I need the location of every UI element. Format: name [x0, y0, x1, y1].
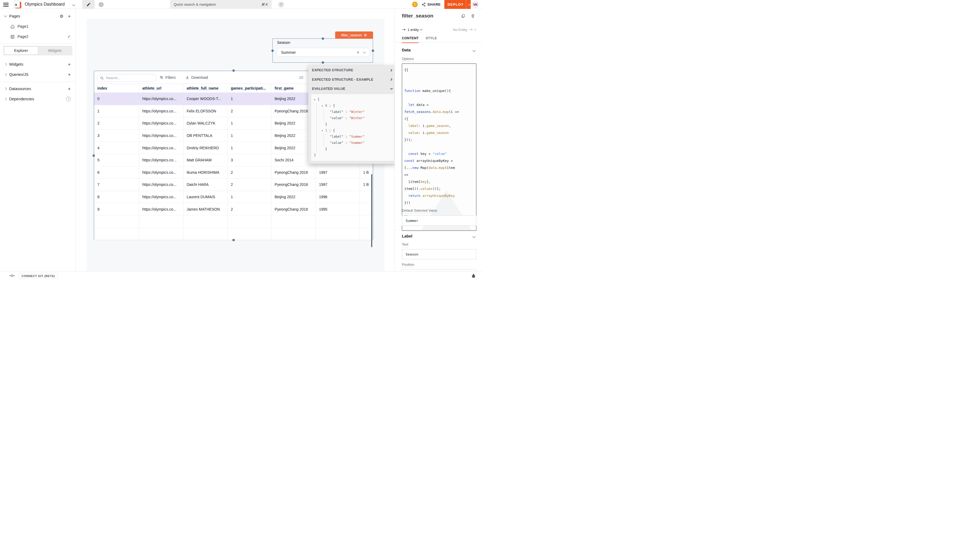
- add-widget-button[interactable]: +: [68, 62, 71, 67]
- label-section-chevron-icon[interactable]: [472, 235, 475, 238]
- sidebar-item-page2[interactable]: Page2 ✓: [0, 31, 76, 42]
- code-line: const arrayUniqueByKey =: [404, 157, 474, 164]
- chevron-right-icon[interactable]: [4, 98, 7, 100]
- options-code-editor[interactable]: {{ function make_unique(){ let data =fet…: [402, 63, 476, 231]
- filters-button[interactable]: Filters: [160, 71, 176, 84]
- column-header[interactable]: athlete_url: [139, 84, 184, 93]
- default-value-label[interactable]: Default Selected Value: [402, 208, 437, 213]
- table-resize-handle-left[interactable]: [93, 155, 95, 157]
- sidebar-section-widgets[interactable]: Widgets +: [0, 59, 76, 69]
- label-section-header[interactable]: Label: [402, 234, 412, 238]
- outgoing-entities-dropdown[interactable]: No Entity: [453, 28, 476, 32]
- options-property-label[interactable]: Options: [402, 57, 414, 62]
- top-header: a_ Olympics Dashboard Quick search & nav…: [0, 0, 482, 9]
- tree-toggle-icon[interactable]: ▾: [321, 127, 325, 133]
- add-page-button[interactable]: +: [68, 14, 71, 19]
- table-row[interactable]: [94, 228, 373, 240]
- table-row[interactable]: 6https://olympics.co...Ikuma HORISHIMA2P…: [94, 166, 373, 179]
- tree-toggle-icon[interactable]: ▾: [314, 96, 318, 103]
- table-cell: https://olympics.co...: [139, 130, 184, 142]
- table-row[interactable]: 9https://olympics.co...James MATHESON2Py…: [94, 203, 373, 215]
- delete-widget-button[interactable]: [471, 14, 475, 18]
- popup-menu-item[interactable]: EXPECTED STRUCTURE - EXAMPLE: [308, 75, 397, 85]
- help-button[interactable]: ?: [278, 2, 284, 8]
- tab-explorer[interactable]: Explorer: [4, 47, 38, 55]
- canvas-area: filter_season ⚙ Season Summer ✕ Search..…: [76, 9, 394, 271]
- tree-toggle-icon[interactable]: ▾: [321, 103, 325, 109]
- app-title[interactable]: Olympics Dashboard: [25, 2, 65, 7]
- column-header[interactable]: games_participati...: [228, 84, 271, 93]
- chevron-down-icon[interactable]: [4, 14, 7, 17]
- table-resize-handle-top[interactable]: [233, 69, 235, 72]
- app-logo: a_: [14, 1, 21, 8]
- tab-widgets[interactable]: Widgets: [38, 47, 72, 55]
- code-line: [item[key],: [404, 178, 474, 185]
- table-row[interactable]: [94, 215, 373, 228]
- add-query-button[interactable]: +: [68, 72, 71, 77]
- resize-handle-bottom[interactable]: [322, 61, 324, 64]
- position-property-label[interactable]: Position: [402, 262, 414, 267]
- incoming-entities-dropdown[interactable]: 1 entity: [402, 28, 422, 32]
- deploy-button[interactable]: DEPLOY: [445, 0, 471, 9]
- dependencies-help-icon[interactable]: ?: [66, 96, 71, 101]
- data-section-chevron-icon[interactable]: [472, 49, 475, 52]
- widget-settings-icon[interactable]: ⚙: [364, 33, 367, 37]
- table-cell: James MATHESON: [184, 203, 228, 215]
- table-cell: 1: [228, 142, 271, 154]
- position-input[interactable]: Top: [402, 269, 476, 271]
- table-search-input[interactable]: Search...: [96, 74, 156, 82]
- chevron-right-icon[interactable]: [4, 63, 7, 66]
- hamburger-menu-icon[interactable]: [3, 2, 8, 7]
- clear-selection-icon[interactable]: ✕: [354, 50, 362, 55]
- table-cell: 2: [228, 179, 271, 191]
- sidebar-section-datasources[interactable]: Datasources +: [0, 84, 76, 94]
- text-property-label[interactable]: Text: [402, 243, 408, 247]
- app-title-chevron-icon[interactable]: [72, 3, 75, 6]
- chevron-right-icon[interactable]: [4, 73, 7, 76]
- sidebar-item-page1[interactable]: Page1: [0, 21, 76, 31]
- data-section-header[interactable]: Data: [402, 47, 411, 52]
- share-button[interactable]: SHARE: [422, 0, 441, 9]
- pages-header[interactable]: Pages ⚙ +: [0, 11, 76, 21]
- view-mode-button[interactable]: [96, 0, 106, 9]
- connect-git-button[interactable]: CONNECT GIT (BETA): [18, 273, 58, 279]
- table-cell: 0: [94, 93, 139, 105]
- chevron-down-icon[interactable]: [390, 87, 393, 90]
- table-cell: Dylan WALCZYK: [184, 117, 228, 129]
- table-cell: 3: [94, 130, 139, 142]
- season-select[interactable]: Summer ✕: [276, 48, 370, 57]
- code-line: ({: [404, 116, 474, 122]
- debug-bug-icon[interactable]: [471, 273, 476, 278]
- chevron-right-icon[interactable]: [4, 87, 7, 90]
- resize-handle-left[interactable]: [271, 49, 274, 52]
- download-button[interactable]: Download: [185, 71, 208, 84]
- sidebar-section-queries[interactable]: Queries/JS +: [0, 69, 76, 80]
- quick-search-input[interactable]: Quick search & navigation ⌘ K: [170, 0, 272, 9]
- default-value-input[interactable]: Summer: [402, 215, 476, 226]
- popup-menu-item[interactable]: EVALUATED VALUE: [308, 84, 397, 94]
- select-chevron-icon[interactable]: [363, 50, 366, 53]
- deploy-chevron-icon[interactable]: [468, 3, 471, 5]
- resize-handle-top[interactable]: [322, 37, 324, 40]
- resize-handle-right[interactable]: [372, 49, 374, 52]
- chevron-right-icon[interactable]: [390, 78, 392, 81]
- pages-settings-icon[interactable]: ⚙: [60, 14, 64, 19]
- column-header[interactable]: index: [94, 84, 139, 93]
- copy-widget-button[interactable]: [461, 14, 465, 18]
- add-datasource-button[interactable]: +: [68, 86, 71, 91]
- avatar[interactable]: VK: [472, 1, 479, 8]
- select-widget[interactable]: Season Summer ✕: [272, 39, 373, 63]
- edit-mode-button[interactable]: [82, 0, 95, 9]
- table-resize-handle-bottom[interactable]: [233, 239, 235, 241]
- label-text-input[interactable]: Season: [402, 249, 476, 259]
- chevron-right-icon[interactable]: [390, 69, 392, 72]
- warning-badge[interactable]: !: [412, 2, 418, 7]
- sidebar-section-dependencies[interactable]: Dependencies ?: [0, 94, 76, 104]
- table-scrollbar[interactable]: [371, 174, 372, 247]
- table-row[interactable]: 8https://olympics.co...Laurent DUMAIS1Be…: [94, 191, 373, 203]
- table-row[interactable]: 7https://olympics.co...Daichi HARA2Pyeon…: [94, 179, 373, 191]
- popup-menu-item[interactable]: EXPECTED STRUCTURE: [308, 66, 397, 75]
- column-header[interactable]: athlete_full_name: [184, 84, 228, 93]
- evaluated-value-panel[interactable]: ▾[▾0 : {"label" : "Winter""value" : "Win…: [311, 94, 394, 161]
- widget-name-tag[interactable]: filter_season ⚙: [335, 31, 373, 39]
